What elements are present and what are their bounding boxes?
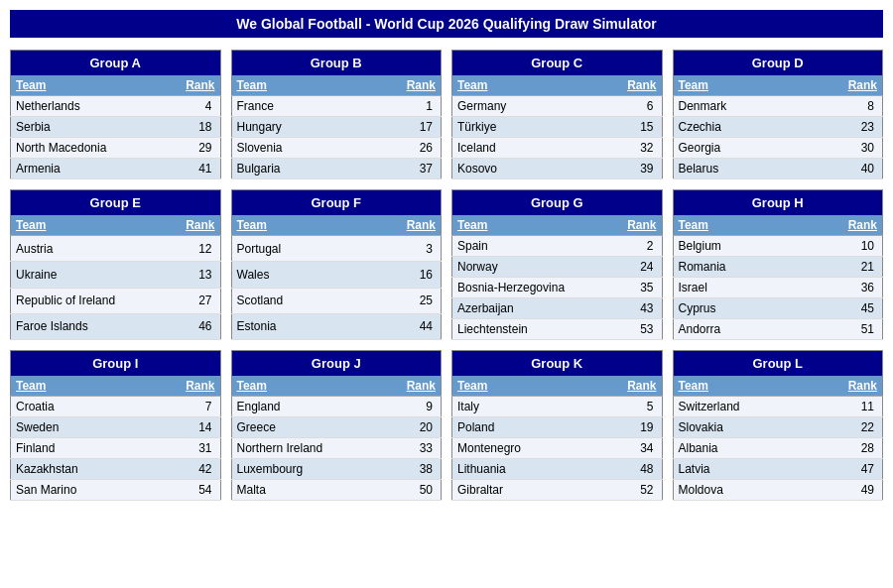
team-name: Israel [673, 278, 798, 298]
table-row: Scotland25 [231, 288, 442, 313]
team-rank: 26 [354, 138, 441, 159]
team-rank: 45 [798, 298, 883, 319]
team-name: Latvia [673, 459, 809, 480]
table-row: Belarus40 [673, 159, 883, 179]
team-rank: 8 [798, 96, 882, 117]
team-rank: 33 [380, 438, 441, 459]
table-row: Poland19 [452, 417, 663, 438]
col-header-rank: Rank [380, 376, 441, 397]
table-row: Belgium10 [673, 236, 883, 257]
team-rank: 9 [380, 397, 441, 417]
team-name: Denmark [673, 96, 798, 117]
table-row: Faroe Islands46 [11, 313, 221, 339]
team-rank: 12 [165, 236, 220, 262]
group-table-group-l: Group LTeamRankSwitzerland11Slovakia22Al… [673, 350, 884, 501]
team-rank: 10 [798, 236, 883, 257]
col-header-rank: Rank [577, 75, 662, 96]
team-rank: 18 [162, 117, 220, 138]
group-table-group-k: Group KTeamRankItaly5Poland19Montenegro3… [451, 350, 663, 501]
table-row: Finland31 [11, 438, 221, 459]
team-name: Netherlands [11, 96, 162, 117]
table-row: Armenia41 [11, 159, 221, 179]
team-rank: 20 [380, 417, 441, 438]
team-rank: 52 [588, 480, 662, 501]
col-header-rank: Rank [146, 376, 220, 397]
group-header: Group E [11, 190, 221, 216]
col-header-team: Team [231, 75, 354, 96]
team-rank: 21 [798, 257, 883, 278]
table-row: Kosovo39 [452, 159, 663, 179]
table-row: Estonia44 [231, 313, 442, 339]
col-header-team: Team [11, 376, 147, 397]
table-row: Ukraine13 [11, 262, 221, 288]
table-row: Bosnia-Herzegovina35 [452, 278, 663, 298]
table-row: North Macedonia29 [11, 138, 221, 159]
team-rank: 6 [577, 96, 662, 117]
table-row: Bulgaria37 [231, 159, 442, 179]
team-name: Kazakhstan [11, 459, 147, 480]
table-row: Switzerland11 [673, 397, 883, 417]
table-row: Israel36 [673, 278, 883, 298]
table-row: Wales16 [231, 262, 442, 288]
table-row: Latvia47 [673, 459, 883, 480]
group-table-group-h: Group HTeamRankBelgium10Romania21Israel3… [673, 189, 884, 340]
table-row: Andorra51 [673, 319, 883, 340]
team-rank: 54 [146, 480, 220, 501]
team-name: Hungary [231, 117, 354, 138]
team-rank: 27 [165, 288, 220, 313]
team-rank: 2 [609, 236, 662, 257]
team-name: Serbia [11, 117, 162, 138]
group-header: Group A [11, 51, 221, 76]
group-header: Group B [231, 51, 442, 76]
team-name: Lithuania [452, 459, 589, 480]
table-row: Kazakhstan42 [11, 459, 221, 480]
team-rank: 15 [577, 117, 662, 138]
team-rank: 41 [162, 159, 220, 179]
team-rank: 28 [809, 438, 883, 459]
group-table-group-i: Group ITeamRankCroatia7Sweden14Finland31… [10, 350, 221, 501]
groups-container: Group ATeamRankNetherlands4Serbia18North… [10, 50, 883, 501]
team-name: Kosovo [452, 159, 578, 179]
table-row: Germany6 [452, 96, 663, 117]
table-row: Iceland32 [452, 138, 663, 159]
table-row: Albania28 [673, 438, 883, 459]
team-rank: 19 [588, 417, 662, 438]
col-header-team: Team [452, 215, 609, 236]
team-name: Wales [231, 262, 355, 288]
page-title: We Global Football - World Cup 2026 Qual… [10, 10, 883, 38]
table-row: Croatia7 [11, 397, 221, 417]
team-name: Poland [452, 417, 589, 438]
col-header-rank: Rank [354, 75, 441, 96]
team-name: Armenia [11, 159, 162, 179]
team-name: Spain [452, 236, 609, 257]
group-header: Group H [673, 190, 883, 216]
team-rank: 43 [609, 298, 662, 319]
team-rank: 34 [588, 438, 662, 459]
team-rank: 35 [609, 278, 662, 298]
table-row: Luxembourg38 [231, 459, 442, 480]
team-name: Ukraine [11, 262, 165, 288]
table-row: Norway24 [452, 257, 663, 278]
team-rank: 38 [380, 459, 441, 480]
team-name: Gibraltar [452, 480, 589, 501]
team-rank: 7 [146, 397, 220, 417]
table-row: Spain2 [452, 236, 663, 257]
team-rank: 17 [354, 117, 441, 138]
col-header-rank: Rank [588, 376, 662, 397]
team-name: Malta [231, 480, 380, 501]
group-header: Group K [452, 351, 663, 377]
team-name: Estonia [231, 313, 355, 339]
team-rank: 39 [577, 159, 662, 179]
col-header-team: Team [673, 215, 798, 236]
team-rank: 23 [798, 117, 882, 138]
team-name: Georgia [673, 138, 798, 159]
table-row: Malta50 [231, 480, 442, 501]
col-header-team: Team [11, 215, 165, 236]
col-header-rank: Rank [165, 215, 220, 236]
group-table-group-b: Group BTeamRankFrance1Hungary17Slovenia2… [231, 50, 443, 179]
team-name: Norway [452, 257, 609, 278]
group-header: Group G [452, 190, 663, 216]
team-rank: 16 [355, 262, 442, 288]
team-name: Finland [11, 438, 147, 459]
team-name: North Macedonia [11, 138, 162, 159]
